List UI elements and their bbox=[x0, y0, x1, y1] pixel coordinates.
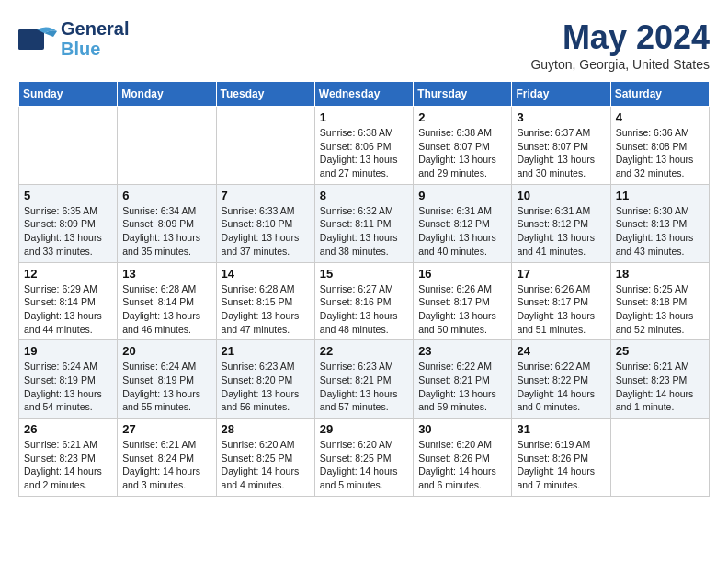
day-number: 27 bbox=[122, 422, 210, 436]
day-info: Sunrise: 6:22 AM Sunset: 8:21 PM Dayligh… bbox=[418, 360, 506, 414]
day-number: 30 bbox=[418, 422, 506, 436]
weekday-header: Saturday bbox=[610, 82, 709, 107]
calendar-cell: 20Sunrise: 6:24 AM Sunset: 8:19 PM Dayli… bbox=[118, 340, 216, 419]
calendar-cell: 10Sunrise: 6:31 AM Sunset: 8:12 PM Dayli… bbox=[512, 184, 610, 262]
day-number: 1 bbox=[320, 110, 408, 124]
calendar-cell: 31Sunrise: 6:19 AM Sunset: 8:26 PM Dayli… bbox=[512, 419, 610, 497]
calendar-cell: 28Sunrise: 6:20 AM Sunset: 8:25 PM Dayli… bbox=[216, 419, 314, 497]
day-info: Sunrise: 6:26 AM Sunset: 8:17 PM Dayligh… bbox=[418, 282, 506, 337]
calendar-cell: 17Sunrise: 6:26 AM Sunset: 8:17 PM Dayli… bbox=[512, 262, 610, 340]
day-number: 15 bbox=[320, 267, 408, 281]
day-number: 19 bbox=[24, 344, 112, 358]
weekday-header: Friday bbox=[512, 82, 610, 107]
day-number: 8 bbox=[320, 189, 408, 202]
day-number: 26 bbox=[24, 422, 112, 436]
calendar-cell bbox=[19, 107, 118, 185]
day-number: 6 bbox=[122, 189, 210, 202]
logo-blue: Blue bbox=[61, 39, 129, 59]
day-info: Sunrise: 6:33 AM Sunset: 8:10 PM Dayligh… bbox=[222, 204, 310, 259]
day-number: 24 bbox=[517, 344, 605, 358]
calendar-week-row: 5Sunrise: 6:35 AM Sunset: 8:09 PM Daylig… bbox=[19, 184, 710, 262]
day-info: Sunrise: 6:34 AM Sunset: 8:09 PM Dayligh… bbox=[122, 204, 210, 259]
day-number: 4 bbox=[616, 110, 704, 124]
day-info: Sunrise: 6:21 AM Sunset: 8:24 PM Dayligh… bbox=[122, 438, 210, 492]
calendar-cell: 23Sunrise: 6:22 AM Sunset: 8:21 PM Dayli… bbox=[414, 340, 512, 419]
day-info: Sunrise: 6:36 AM Sunset: 8:08 PM Dayligh… bbox=[616, 126, 704, 180]
day-number: 9 bbox=[418, 189, 506, 202]
day-info: Sunrise: 6:35 AM Sunset: 8:09 PM Dayligh… bbox=[24, 204, 112, 259]
day-number: 22 bbox=[320, 344, 408, 358]
day-number: 18 bbox=[616, 267, 704, 281]
day-info: Sunrise: 6:26 AM Sunset: 8:17 PM Dayligh… bbox=[517, 282, 605, 337]
day-number: 7 bbox=[222, 189, 310, 202]
day-info: Sunrise: 6:19 AM Sunset: 8:26 PM Dayligh… bbox=[517, 438, 605, 492]
calendar-cell: 7Sunrise: 6:33 AM Sunset: 8:10 PM Daylig… bbox=[216, 184, 314, 262]
day-info: Sunrise: 6:20 AM Sunset: 8:25 PM Dayligh… bbox=[320, 438, 408, 492]
calendar-cell: 19Sunrise: 6:24 AM Sunset: 8:19 PM Dayli… bbox=[19, 340, 118, 419]
day-info: Sunrise: 6:20 AM Sunset: 8:26 PM Dayligh… bbox=[418, 438, 506, 492]
day-number: 20 bbox=[122, 344, 210, 358]
day-number: 28 bbox=[222, 422, 310, 436]
day-info: Sunrise: 6:20 AM Sunset: 8:25 PM Dayligh… bbox=[222, 438, 310, 492]
day-number: 16 bbox=[418, 267, 506, 281]
calendar-cell: 24Sunrise: 6:22 AM Sunset: 8:22 PM Dayli… bbox=[512, 340, 610, 419]
calendar-cell: 11Sunrise: 6:30 AM Sunset: 8:13 PM Dayli… bbox=[610, 184, 709, 262]
calendar-cell: 4Sunrise: 6:36 AM Sunset: 8:08 PM Daylig… bbox=[610, 107, 709, 185]
logo-icon bbox=[18, 22, 57, 55]
calendar-week-row: 26Sunrise: 6:21 AM Sunset: 8:23 PM Dayli… bbox=[19, 419, 710, 497]
calendar-cell: 16Sunrise: 6:26 AM Sunset: 8:17 PM Dayli… bbox=[414, 262, 512, 340]
day-info: Sunrise: 6:31 AM Sunset: 8:12 PM Dayligh… bbox=[517, 204, 605, 259]
calendar-cell: 12Sunrise: 6:29 AM Sunset: 8:14 PM Dayli… bbox=[19, 262, 118, 340]
day-info: Sunrise: 6:32 AM Sunset: 8:11 PM Dayligh… bbox=[320, 204, 408, 259]
calendar-cell: 5Sunrise: 6:35 AM Sunset: 8:09 PM Daylig… bbox=[19, 184, 118, 262]
title-area: May 2024 Guyton, Georgia, United States bbox=[530, 18, 710, 72]
location: Guyton, Georgia, United States bbox=[530, 57, 710, 72]
calendar-week-row: 12Sunrise: 6:29 AM Sunset: 8:14 PM Dayli… bbox=[19, 262, 710, 340]
weekday-header: Monday bbox=[118, 82, 216, 107]
calendar-cell: 9Sunrise: 6:31 AM Sunset: 8:12 PM Daylig… bbox=[414, 184, 512, 262]
calendar-cell bbox=[118, 107, 216, 185]
day-info: Sunrise: 6:31 AM Sunset: 8:12 PM Dayligh… bbox=[418, 204, 506, 259]
calendar-cell bbox=[610, 419, 709, 497]
calendar-header-row: SundayMondayTuesdayWednesdayThursdayFrid… bbox=[19, 82, 710, 107]
day-number: 31 bbox=[517, 422, 605, 436]
calendar-cell: 21Sunrise: 6:23 AM Sunset: 8:20 PM Dayli… bbox=[216, 340, 314, 419]
day-number: 2 bbox=[418, 110, 506, 124]
weekday-header: Tuesday bbox=[216, 82, 314, 107]
calendar-cell bbox=[216, 107, 314, 185]
day-info: Sunrise: 6:21 AM Sunset: 8:23 PM Dayligh… bbox=[24, 438, 112, 492]
day-number: 11 bbox=[616, 189, 704, 202]
day-info: Sunrise: 6:23 AM Sunset: 8:21 PM Dayligh… bbox=[320, 360, 408, 414]
day-number: 29 bbox=[320, 422, 408, 436]
calendar-cell: 14Sunrise: 6:28 AM Sunset: 8:15 PM Dayli… bbox=[216, 262, 314, 340]
day-info: Sunrise: 6:29 AM Sunset: 8:14 PM Dayligh… bbox=[24, 282, 112, 337]
calendar-cell: 13Sunrise: 6:28 AM Sunset: 8:14 PM Dayli… bbox=[118, 262, 216, 340]
day-info: Sunrise: 6:38 AM Sunset: 8:07 PM Dayligh… bbox=[418, 126, 506, 180]
calendar-cell: 8Sunrise: 6:32 AM Sunset: 8:11 PM Daylig… bbox=[314, 184, 413, 262]
calendar-cell: 26Sunrise: 6:21 AM Sunset: 8:23 PM Dayli… bbox=[19, 419, 118, 497]
calendar-cell: 3Sunrise: 6:37 AM Sunset: 8:07 PM Daylig… bbox=[512, 107, 610, 185]
day-info: Sunrise: 6:23 AM Sunset: 8:20 PM Dayligh… bbox=[222, 360, 310, 414]
logo-general: General bbox=[61, 18, 129, 39]
calendar-cell: 30Sunrise: 6:20 AM Sunset: 8:26 PM Dayli… bbox=[414, 419, 512, 497]
day-number: 10 bbox=[517, 189, 605, 202]
day-number: 14 bbox=[222, 267, 310, 281]
day-number: 12 bbox=[24, 267, 112, 281]
day-number: 3 bbox=[517, 110, 605, 124]
day-number: 17 bbox=[517, 267, 605, 281]
day-number: 13 bbox=[122, 267, 210, 281]
logo: General Blue bbox=[18, 18, 129, 59]
day-number: 23 bbox=[418, 344, 506, 358]
day-number: 5 bbox=[24, 189, 112, 202]
weekday-header: Sunday bbox=[19, 82, 118, 107]
calendar-table: SundayMondayTuesdayWednesdayThursdayFrid… bbox=[18, 81, 710, 497]
calendar-week-row: 19Sunrise: 6:24 AM Sunset: 8:19 PM Dayli… bbox=[19, 340, 710, 419]
weekday-header: Wednesday bbox=[314, 82, 413, 107]
day-number: 25 bbox=[616, 344, 704, 358]
day-info: Sunrise: 6:28 AM Sunset: 8:14 PM Dayligh… bbox=[122, 282, 210, 337]
day-info: Sunrise: 6:24 AM Sunset: 8:19 PM Dayligh… bbox=[24, 360, 112, 414]
day-info: Sunrise: 6:27 AM Sunset: 8:16 PM Dayligh… bbox=[320, 282, 408, 337]
day-info: Sunrise: 6:22 AM Sunset: 8:22 PM Dayligh… bbox=[517, 360, 605, 414]
calendar-cell: 25Sunrise: 6:21 AM Sunset: 8:23 PM Dayli… bbox=[610, 340, 709, 419]
day-number: 21 bbox=[222, 344, 310, 358]
